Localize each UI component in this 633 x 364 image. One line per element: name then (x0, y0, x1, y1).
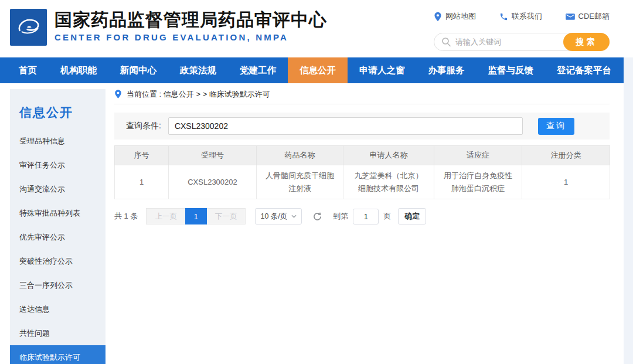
table-cell: 1 (115, 165, 169, 199)
table-cell: CXSL2300202 (169, 165, 257, 199)
refresh-icon[interactable] (312, 212, 322, 222)
sidebar-item[interactable]: 送达信息 (10, 297, 106, 321)
pagination: 共 1 条 上一页 1 下一页 10 条/页 到第 (114, 208, 610, 224)
table-cell: 1 (522, 165, 610, 199)
quick-link-CDE邮箱[interactable]: CDE邮箱 (566, 11, 610, 22)
brand: 国家药品监督管理局药品审评中心 CENTER FOR DRUG EVALUATI… (10, 9, 327, 46)
nav-item[interactable]: 政策法规 (168, 57, 228, 83)
content: 信息公开 受理品种信息审评任务公示沟通交流公示特殊审批品种列表优先审评公示突破性… (0, 83, 624, 364)
table-row: 1CXSL2300202人骨髓间充质干细胞注射液九芝堂美科（北京）细胞技术有限公… (115, 165, 610, 199)
swan-logo-icon (13, 12, 44, 43)
table-header-cell: 注册分类 (522, 146, 610, 165)
sidebar-item[interactable]: 受理品种信息 (10, 129, 106, 153)
table-cell: 九芝堂美科（北京）细胞技术有限公司 (343, 165, 434, 199)
quick-links: 网站地图联系我们CDE邮箱 (434, 11, 610, 22)
table-header-cell: 适应症 (434, 146, 522, 165)
sidebar-item[interactable]: 共性问题 (10, 321, 106, 345)
nav-item[interactable]: 信息公开 (288, 57, 348, 83)
breadcrumb: 当前位置 : 信息公开 > > 临床试验默示许可 (114, 88, 610, 104)
next-page-button[interactable]: 下一页 (206, 208, 246, 224)
main-nav: 首页机构职能新闻中心政策法规党建工作信息公开申请人之窗办事服务监督与反馈登记备案… (0, 57, 624, 83)
quick-link-label: 联系我们 (512, 11, 542, 22)
current-page-button[interactable]: 1 (185, 208, 207, 224)
header-right: 网站地图联系我们CDE邮箱 搜索 (434, 11, 610, 51)
query-input[interactable] (168, 117, 523, 135)
chevron-down-icon (291, 215, 297, 218)
table-cell: 用于治疗自身免疫性肺泡蛋白沉积症 (434, 165, 522, 199)
sidebar-title: 信息公开 (10, 89, 106, 129)
nav-item[interactable]: 登记备案平台 (545, 57, 623, 83)
table-header-cell: 药品名称 (257, 146, 343, 165)
nav-item[interactable]: 办事服务 (417, 57, 477, 83)
envelope-icon (566, 13, 575, 21)
site-title-en: CENTER FOR DRUG EVALUATION, NMPA (55, 32, 327, 42)
goto-page-suffix: 页 (383, 211, 391, 222)
nav-item[interactable]: 监督与反馈 (477, 57, 546, 83)
page-size-value: 10 条/页 (260, 212, 287, 222)
quick-link-网站地图[interactable]: 网站地图 (434, 11, 476, 22)
nav-item[interactable]: 机构职能 (49, 57, 108, 83)
nav-item[interactable]: 党建工作 (228, 57, 288, 83)
goto-page-prefix: 到第 (333, 211, 348, 222)
breadcrumb-text: 当前位置 : 信息公开 > > 临床试验默示许可 (127, 89, 270, 100)
query-label: 查询条件: (126, 121, 161, 131)
table-header-row: 序号受理号药品名称申请人名称适应症注册分类 (115, 146, 610, 165)
location-pin-icon (114, 89, 122, 99)
goto-confirm-button[interactable]: 确定 (398, 208, 426, 224)
sidebar-item[interactable]: 审评任务公示 (10, 153, 106, 177)
main-panel: 当前位置 : 信息公开 > > 临床试验默示许可 查询条件: 查询 序号受理号药… (114, 88, 610, 224)
query-bar: 查询条件: 查询 (114, 113, 610, 140)
brand-text: 国家药品监督管理局药品审评中心 CENTER FOR DRUG EVALUATI… (55, 9, 327, 42)
site-title-cn: 国家药品监督管理局药品审评中心 (55, 10, 327, 30)
sidebar-items: 受理品种信息审评任务公示沟通交流公示特殊审批品种列表优先审评公示突破性治疗公示三… (10, 129, 106, 364)
sidebar-item[interactable]: 临床试验默示许可 (10, 345, 106, 364)
nav-item[interactable]: 申请人之窗 (348, 57, 417, 83)
search-button[interactable]: 搜索 (563, 33, 610, 51)
sidebar-item[interactable]: 沟通交流公示 (10, 177, 106, 201)
table-header-cell: 申请人名称 (343, 146, 434, 165)
query-button[interactable]: 查询 (538, 118, 574, 135)
quick-link-联系我们[interactable]: 联系我们 (499, 11, 542, 22)
page-size-select[interactable]: 10 条/页 (255, 208, 302, 224)
table-header-cell: 受理号 (169, 146, 257, 165)
sidebar-item[interactable]: 突破性治疗公示 (10, 249, 106, 273)
results-table: 序号受理号药品名称申请人名称适应症注册分类 1CXSL2300202人骨髓间充质… (114, 145, 610, 199)
sidebar-item[interactable]: 三合一序列公示 (10, 273, 106, 297)
sidebar-item[interactable]: 特殊审批品种列表 (10, 201, 106, 225)
quick-link-label: CDE邮箱 (578, 11, 610, 22)
table-cell: 人骨髓间充质干细胞注射液 (257, 165, 343, 199)
location-pin-icon (434, 12, 442, 22)
search-icon (441, 37, 451, 47)
sidebar-item[interactable]: 优先审评公示 (10, 225, 106, 249)
total-count: 共 1 条 (114, 211, 138, 222)
site-search-bar: 搜索 (434, 33, 610, 51)
page: 国家药品监督管理局药品审评中心 CENTER FOR DRUG EVALUATI… (0, 0, 633, 364)
phone-icon (499, 12, 508, 21)
site-header: 国家药品监督管理局药品审评中心 CENTER FOR DRUG EVALUATI… (0, 0, 633, 57)
quick-link-label: 网站地图 (445, 11, 476, 22)
nav-item[interactable]: 新闻中心 (108, 57, 168, 83)
prev-page-button[interactable]: 上一页 (146, 208, 186, 224)
goto-page-input[interactable] (353, 209, 379, 224)
table-header-cell: 序号 (115, 146, 169, 165)
sidebar: 信息公开 受理品种信息审评任务公示沟通交流公示特殊审批品种列表优先审评公示突破性… (10, 89, 106, 364)
cde-logo (10, 9, 47, 46)
page-gutter (624, 57, 633, 364)
nav-item[interactable]: 首页 (7, 57, 49, 83)
